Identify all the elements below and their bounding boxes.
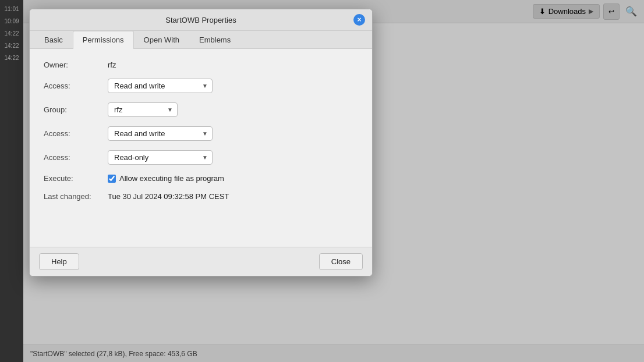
execute-row: Execute: Allow executing file as program — [44, 174, 358, 183]
group-access-select-wrapper: Read and write Read-only None ▼ — [108, 126, 213, 141]
dialog-content: Owner: rfz Access: Read and write Read-o… — [30, 49, 372, 247]
properties-dialog: StartOWB Properties × Basic Permissions … — [29, 9, 373, 276]
group-label: Group: — [44, 105, 108, 114]
group-select-wrapper: rfz ▼ — [108, 102, 178, 117]
others-access-select-wrapper: Read and write Read-only None ▼ — [108, 150, 213, 165]
dialog-titlebar: StartOWB Properties × — [30, 9, 372, 31]
last-changed-value: Tue 30 Jul 2024 09:32:58 PM CEST — [108, 192, 229, 201]
close-dialog-button[interactable]: Close — [319, 253, 363, 270]
execute-label: Execute: — [44, 174, 108, 183]
others-access-label: Access: — [44, 153, 108, 162]
tab-emblems[interactable]: Emblems — [189, 31, 240, 48]
owner-access-select[interactable]: Read and write Read-only None — [108, 79, 213, 93]
last-changed-row: Last changed: Tue 30 Jul 2024 09:32:58 P… — [44, 192, 358, 201]
others-access-select[interactable]: Read and write Read-only None — [108, 150, 213, 165]
group-access-row: Access: Read and write Read-only None ▼ — [44, 126, 358, 141]
group-row: Group: rfz ▼ — [44, 102, 358, 117]
dialog-tabs: Basic Permissions Open With Emblems — [30, 31, 372, 49]
dialog-footer: Help Close — [30, 247, 372, 276]
others-access-row: Access: Read and write Read-only None ▼ — [44, 150, 358, 165]
execute-checkbox[interactable] — [108, 175, 116, 183]
owner-row: Owner: rfz — [44, 61, 358, 69]
dialog-title: StartOWB Properties — [48, 16, 353, 24]
owner-access-label: Access: — [44, 81, 108, 90]
execute-checkbox-row: Allow executing file as program — [108, 174, 224, 183]
group-access-label: Access: — [44, 129, 108, 138]
tab-open-with[interactable]: Open With — [134, 31, 189, 48]
group-access-select[interactable]: Read and write Read-only None — [108, 126, 213, 141]
execute-checkbox-label: Allow executing file as program — [119, 174, 224, 183]
owner-access-row: Access: Read and write Read-only None ▼ — [44, 79, 358, 93]
owner-label: Owner: — [44, 61, 108, 69]
tab-permissions[interactable]: Permissions — [73, 31, 134, 49]
tab-basic[interactable]: Basic — [34, 31, 73, 48]
last-changed-label: Last changed: — [44, 192, 108, 201]
owner-value: rfz — [108, 61, 116, 69]
owner-access-select-wrapper: Read and write Read-only None ▼ — [108, 79, 213, 93]
help-button[interactable]: Help — [39, 253, 79, 270]
dialog-close-button[interactable]: × — [353, 14, 365, 26]
dialog-overlay: StartOWB Properties × Basic Permissions … — [0, 0, 644, 362]
group-select[interactable]: rfz — [108, 102, 178, 117]
